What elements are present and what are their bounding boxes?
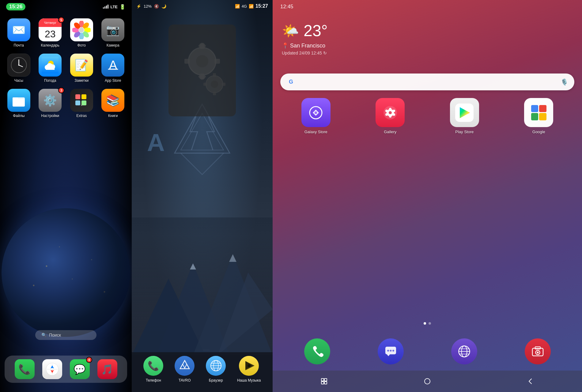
signal-strength-icon xyxy=(103,5,108,9)
google-g-icon: G xyxy=(286,77,296,87)
samsung-nav-bar xyxy=(273,371,582,392)
photos-label: Фото xyxy=(77,43,86,47)
samsung-screen: 12:45 🌤️ 23° 📍 San Francisco Updated 24/… xyxy=(273,0,582,392)
bottom-browser[interactable] xyxy=(451,338,477,364)
search-icon: 🔍 xyxy=(41,333,47,337)
svg-point-75 xyxy=(393,110,395,112)
browser-label: Браузер xyxy=(209,378,223,383)
svg-text:★: ★ xyxy=(81,104,83,107)
app-extras[interactable]: ★ Extras xyxy=(69,89,94,118)
svg-rect-56 xyxy=(203,83,207,86)
svg-point-100 xyxy=(425,379,430,384)
page-dots xyxy=(424,322,431,325)
svg-point-85 xyxy=(392,350,394,352)
svg-point-13 xyxy=(18,65,19,66)
moon-icon: 🌙 xyxy=(161,4,166,9)
iphone-clock: 15:26 xyxy=(6,3,25,10)
appstore-label: App Store xyxy=(105,78,121,83)
svg-point-68 xyxy=(248,364,251,367)
app-galaxy-store[interactable]: Galaxy Store xyxy=(280,98,352,134)
music-icon xyxy=(239,356,259,376)
app-google[interactable]: Google xyxy=(503,98,575,134)
svg-point-95 xyxy=(537,352,539,353)
svg-marker-86 xyxy=(387,354,390,356)
photos-icon xyxy=(70,18,93,41)
books-label: Книги xyxy=(108,114,118,118)
iphone-search-bar[interactable]: 🔍 Поиск xyxy=(35,330,96,340)
weather-label: Погода xyxy=(44,78,56,83)
weather-updated: Updated 24/09 12:45 ↻ xyxy=(282,51,573,55)
dock-browser[interactable]: Браузер xyxy=(206,356,226,383)
app-appstore[interactable]: A App Store xyxy=(100,54,126,83)
galaxy-store-label: Galaxy Store xyxy=(304,130,327,134)
samsung-bottom-apps xyxy=(280,338,574,364)
app-play-store[interactable]: Play Store xyxy=(429,98,500,134)
android1-status-left: ⚡ 12% 🔇 🌙 xyxy=(136,4,166,9)
dock-music[interactable]: Наша Музыка xyxy=(237,356,261,383)
iphone-dock: 📞 💬 4 🎵 xyxy=(5,356,127,383)
svg-rect-98 xyxy=(321,382,324,384)
app-books[interactable]: 📚 Книги xyxy=(100,89,126,118)
app-weather[interactable]: Погода xyxy=(38,54,63,83)
svg-point-83 xyxy=(387,350,389,352)
bottom-capture[interactable] xyxy=(525,338,551,364)
android1-status-bar: ⚡ 12% 🔇 🌙 📶 4G 📶 15:27 xyxy=(132,0,273,12)
samsung-weather-widget: 🌤️ 23° 📍 San Francisco Updated 24/09 12:… xyxy=(282,21,573,55)
charging-icon: ⚡ xyxy=(136,4,141,9)
nav-back-button[interactable] xyxy=(524,375,537,387)
iphone-screen: 15:26 LTE 🔋 ✉️ Почта Четверг 23 xyxy=(0,0,132,392)
dock-phone[interactable]: 📞 xyxy=(15,359,35,379)
mail-icon: ✉️ xyxy=(7,18,30,41)
books-icon: 📚 xyxy=(101,89,124,112)
app-files[interactable]: Файлы xyxy=(6,89,32,118)
app-gallery[interactable]: Gallery xyxy=(355,98,426,134)
extras-label: Extras xyxy=(76,114,87,118)
weather-row: 🌤️ 23° xyxy=(282,21,573,40)
dock-tavro[interactable]: TAVRO xyxy=(175,356,195,383)
app-mail[interactable]: ✉️ Почта xyxy=(6,18,32,47)
app-photos[interactable]: Фото xyxy=(69,18,94,47)
gear-svg xyxy=(175,31,230,110)
dock-music[interactable]: 🎵 xyxy=(97,359,117,379)
svg-rect-57 xyxy=(222,83,225,86)
android1-dock: 📞 Телефон TAVRO Брау xyxy=(132,352,273,392)
app-camera[interactable]: 📷 Камера xyxy=(100,18,126,47)
dock-messages[interactable]: 💬 4 xyxy=(70,359,90,379)
nav-recent-button[interactable] xyxy=(318,375,330,387)
svg-rect-70 xyxy=(315,111,317,114)
app-settings[interactable]: ⚙️ 3 Настройки xyxy=(38,89,63,118)
app-calendar[interactable]: Четверг 23 5 Календарь xyxy=(38,18,63,47)
search-label: Поиск xyxy=(49,333,61,337)
network-label: 4G xyxy=(242,4,247,9)
android1-screen: A ⚡ 12% 🔇 🌙 📶 4G 📶 15:27 📞 Телефон xyxy=(132,0,273,392)
dock-phone[interactable]: 📞 Телефон xyxy=(143,356,163,383)
page-dot-2 xyxy=(429,322,431,325)
calendar-icon: Четверг 23 xyxy=(39,18,62,41)
samsung-search-bar[interactable]: G 🎙️ xyxy=(280,74,574,90)
dock-safari[interactable] xyxy=(42,359,62,379)
calendar-label: Календарь xyxy=(41,43,59,47)
svg-point-77 xyxy=(389,115,391,118)
page-dot-1 xyxy=(424,322,426,325)
svg-rect-19 xyxy=(46,67,55,70)
samsung-background xyxy=(273,0,582,392)
a-letter-decoration: A xyxy=(147,129,165,157)
bottom-phone[interactable] xyxy=(304,338,330,364)
temperature: 23° xyxy=(304,21,328,40)
android1-status-right: 📶 4G 📶 15:27 xyxy=(235,3,268,9)
phone-label: Телефон xyxy=(146,378,161,383)
svg-rect-96 xyxy=(321,379,324,381)
app-clock[interactable]: Часы xyxy=(6,54,32,83)
phone-icon: 📞 xyxy=(143,356,163,376)
messages-badge: 4 xyxy=(86,357,92,363)
app-notes[interactable]: 📝 Заметки xyxy=(69,54,94,83)
weather-location: 📍 San Francisco xyxy=(282,42,573,49)
camera-label: Камера xyxy=(107,43,119,47)
iphone-status-bar: 15:26 LTE 🔋 xyxy=(0,0,132,13)
nav-home-button[interactable] xyxy=(421,375,433,387)
settings-icon: ⚙️ xyxy=(39,89,62,112)
music-label: Наша Музыка xyxy=(237,378,261,383)
bottom-chat[interactable] xyxy=(378,338,404,364)
svg-point-76 xyxy=(393,113,395,116)
sim-icon: 📶 xyxy=(249,4,254,9)
